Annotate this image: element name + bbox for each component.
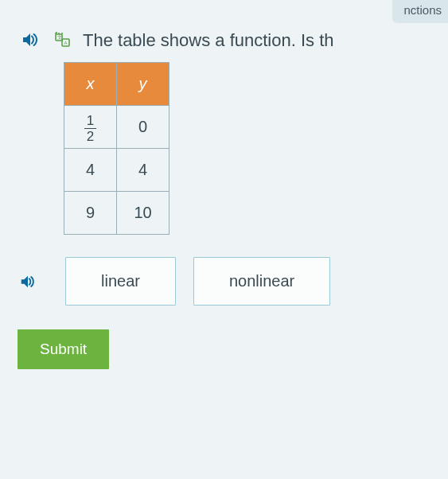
breadcrumb-fragment: nctions (392, 0, 448, 23)
table-header-y: y (117, 63, 169, 106)
audio-icon[interactable] (18, 29, 43, 51)
table-cell-x: 1 2 (64, 106, 117, 149)
question-text: The table shows a function. Is th (83, 29, 334, 51)
table-row: 4 4 (64, 149, 169, 192)
translate-icon[interactable]: 文 A (51, 29, 75, 51)
svg-text:文: 文 (57, 34, 62, 40)
choice-linear[interactable]: linear (65, 257, 176, 306)
table-cell-x: 9 (64, 192, 117, 235)
audio-icon[interactable] (18, 272, 38, 291)
table-cell-y: 0 (117, 106, 169, 149)
table-header-x: x (64, 63, 117, 106)
submit-button[interactable]: Submit (18, 329, 109, 369)
table-row: 9 10 (64, 192, 169, 235)
function-table: x y 1 2 0 4 4 9 10 (64, 62, 430, 235)
svg-text:A: A (64, 41, 68, 45)
fraction: 1 2 (84, 114, 96, 143)
table-row: 1 2 0 (64, 106, 169, 149)
table-cell-x: 4 (64, 149, 117, 192)
table-cell-y: 10 (117, 192, 169, 235)
question-content: 文 A The table shows a function. Is th x … (0, 0, 448, 387)
question-row: 文 A The table shows a function. Is th (18, 29, 430, 51)
choice-nonlinear[interactable]: nonlinear (193, 257, 330, 306)
table-cell-y: 4 (117, 149, 169, 192)
answers-row: linear nonlinear (18, 257, 430, 306)
